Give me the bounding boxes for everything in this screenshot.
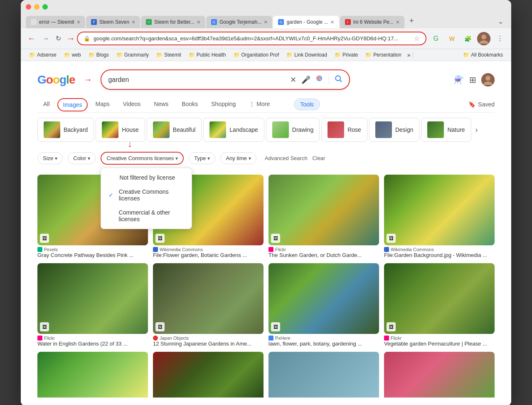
tab-steem-seven[interactable]: 7 Steem Seven ×	[86, 16, 140, 28]
clear-filters-button[interactable]: Clear	[313, 155, 325, 161]
category-rose[interactable]: Rose	[321, 118, 367, 142]
tab-shopping[interactable]: Shopping	[205, 96, 241, 113]
bookmark-web[interactable]: 📁 web	[61, 51, 84, 59]
tab-garden-google[interactable]: G garden - Google ... ×	[273, 16, 339, 28]
bookmark-link-download[interactable]: 📁 Link Download	[283, 51, 330, 59]
size-filter-button[interactable]: Size ▾	[37, 152, 63, 164]
puzzle-button[interactable]: 🧩	[461, 32, 474, 45]
source-name: Flickr	[275, 247, 286, 252]
color-filter-button[interactable]: Color ▾	[68, 152, 96, 164]
bookmark-persentation[interactable]: 📁 Persentation	[362, 51, 404, 59]
image-card[interactable]: 🖼 Japan Objects 12 Stunning Japanese Gar…	[153, 263, 264, 347]
tab-favicon: G	[211, 19, 217, 25]
image-search-button[interactable]	[315, 74, 324, 85]
license-option-not-filtered[interactable]: Not filtered by license	[101, 170, 192, 185]
back-button[interactable]: ←	[26, 32, 37, 45]
voice-search-button[interactable]: 🎤	[301, 75, 310, 84]
image-card[interactable]	[37, 352, 148, 398]
license-option-commercial[interactable]: Commercial & other licenses	[101, 205, 192, 226]
image-card[interactable]: 🖼 Flickr The Sunken Garden, or Dutch Gar…	[268, 175, 379, 258]
category-more-button[interactable]: ›	[473, 122, 480, 138]
new-tab-button[interactable]: +	[405, 14, 418, 28]
time-filter-button[interactable]: Any time ▾	[220, 152, 256, 164]
saved-button[interactable]: 🔖 Saved	[468, 101, 495, 108]
tab-google-translate[interactable]: G Google Terjemah... ×	[206, 16, 272, 28]
category-nature[interactable]: Nature	[421, 118, 471, 142]
bookmark-star-icon[interactable]: ☆	[414, 35, 420, 42]
tab-close-icon[interactable]: ×	[264, 19, 267, 25]
save-to-collection-icon[interactable]: 🖼	[271, 234, 280, 243]
tab-books[interactable]: Books	[176, 96, 204, 113]
save-to-collection-icon[interactable]: 🖼	[40, 322, 49, 331]
category-drawing[interactable]: Drawing	[266, 118, 320, 142]
save-to-collection-icon[interactable]: 🖼	[271, 322, 280, 331]
image-card[interactable]: 🖼 Wikimedia Commons File:Garden Backgrou…	[384, 175, 495, 258]
extensions-button[interactable]: G	[430, 32, 442, 45]
image-card[interactable]: 🖼 Flickr Water in English Gardens (22 of…	[37, 263, 148, 347]
address-bar[interactable]: 🔒 google.com/search?q=garden&sca_esv=6df…	[77, 32, 426, 45]
user-avatar[interactable]	[481, 73, 495, 86]
category-design[interactable]: Design	[369, 118, 420, 142]
search-bar-arrow-icon: →	[83, 74, 92, 85]
refresh-button[interactable]: ↻	[54, 33, 63, 44]
bookmark-private[interactable]: 📁 Private	[331, 51, 361, 59]
menu-button[interactable]: ⋮	[494, 32, 506, 45]
tab-all[interactable]: All	[37, 96, 56, 113]
type-filter-button[interactable]: Type ▾	[189, 152, 215, 164]
bookmark-adsense[interactable]: 📁 Adsense	[26, 51, 60, 59]
metamask-button[interactable]: W	[446, 32, 458, 45]
save-to-collection-icon[interactable]: 🖼	[40, 234, 49, 243]
save-to-collection-icon[interactable]: 🖼	[387, 322, 396, 331]
avatar[interactable]	[477, 32, 490, 45]
tools-button[interactable]: Tools	[294, 99, 320, 110]
all-bookmarks-button[interactable]: 📁 All Bookmarks	[460, 51, 506, 59]
image-card[interactable]: 🖼 Flickr Vegetable garden Permaculture |…	[384, 263, 495, 347]
clear-search-button[interactable]: ✕	[290, 75, 296, 84]
tab-steem-better[interactable]: + Steem for Better... ×	[141, 16, 205, 28]
bookmark-grammarly[interactable]: 📁 Grammarly	[113, 51, 152, 59]
labs-icon[interactable]: ⚗️	[454, 75, 464, 85]
save-to-collection-icon[interactable]: 🖼	[155, 234, 165, 243]
bookmark-organisation[interactable]: 📁 Organitation Prof	[230, 51, 283, 59]
minimize-button[interactable]	[34, 4, 39, 10]
tab-close-icon[interactable]: ×	[396, 19, 399, 25]
image-card[interactable]	[153, 352, 264, 398]
tab-maps[interactable]: Maps	[89, 96, 115, 113]
image-card[interactable]	[384, 352, 495, 398]
tab-ini6-website[interactable]: I Ini 6 Website Pe... ×	[340, 16, 404, 28]
tab-more[interactable]: ⋮ More	[243, 96, 276, 113]
bookmark-steemit[interactable]: 📁 Steemit	[153, 51, 185, 59]
category-landscape[interactable]: Landscape	[203, 118, 264, 142]
image-card[interactable]	[268, 352, 379, 398]
search-submit-button[interactable]	[334, 74, 342, 85]
bookmarks-more-button[interactable]: »	[407, 52, 411, 58]
tab-steemit-error[interactable]: error — Steemit ×	[26, 16, 85, 28]
image-card[interactable]: 🖼 PxHere lawn, flower, park, botany, gar…	[268, 263, 379, 347]
save-to-collection-icon[interactable]: 🖼	[387, 234, 396, 243]
tab-close-icon[interactable]: ×	[330, 19, 334, 25]
search-bar[interactable]: ✕ 🎤	[101, 69, 350, 90]
tab-close-icon[interactable]: ×	[197, 19, 200, 25]
tab-videos[interactable]: Videos	[117, 96, 147, 113]
search-input[interactable]	[108, 76, 286, 84]
apps-grid-icon[interactable]: ⊞	[469, 75, 476, 85]
license-option-creative-commons[interactable]: ✓ Creative Commons licenses	[101, 185, 192, 205]
license-filter-label: Creative Commons licenses	[106, 155, 174, 161]
maximize-button[interactable]	[42, 4, 48, 10]
tab-news[interactable]: News	[148, 96, 174, 113]
category-house[interactable]: House	[96, 118, 145, 142]
tab-images[interactable]: Images	[57, 98, 88, 111]
bookmark-blogs[interactable]: 📁 Blogs	[85, 51, 112, 59]
bookmark-public-health[interactable]: 📁 Public Health	[185, 51, 229, 59]
tabs-chevron-icon[interactable]: ⌄	[495, 15, 506, 28]
tab-close-icon[interactable]: ×	[77, 19, 80, 25]
forward-button[interactable]: →	[41, 33, 51, 44]
image-source: Wikimedia Commons	[384, 247, 495, 252]
tab-close-icon[interactable]: ×	[132, 19, 135, 25]
close-button[interactable]	[26, 4, 31, 10]
category-backyard[interactable]: Backyard	[37, 118, 94, 142]
category-beautiful[interactable]: Beautiful	[147, 118, 202, 142]
advanced-search-link[interactable]: Advanced Search	[265, 155, 308, 161]
save-to-collection-icon[interactable]: 🖼	[155, 322, 165, 331]
license-filter-button[interactable]: Creative Commons licenses ▾	[101, 152, 184, 165]
